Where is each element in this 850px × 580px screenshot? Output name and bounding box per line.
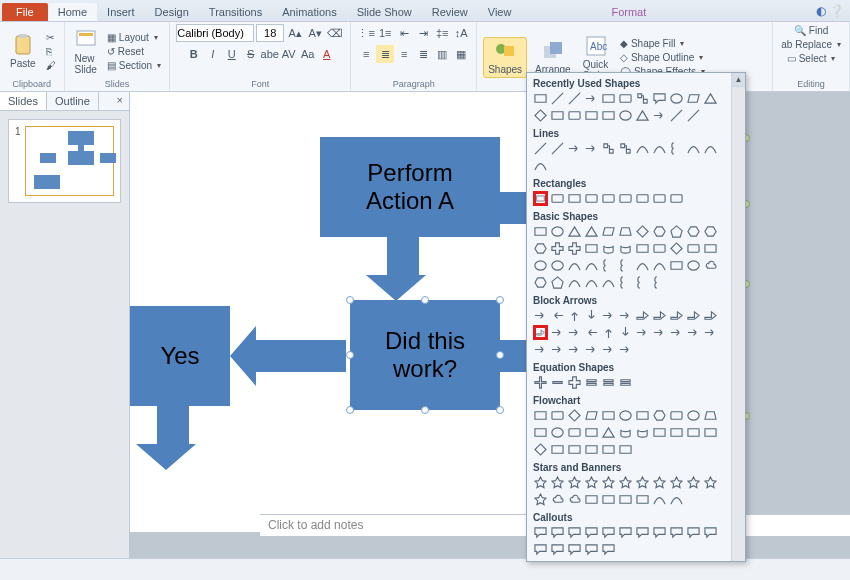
shape-arrow-icon[interactable] — [533, 308, 548, 323]
indent-button[interactable]: ⇥ — [414, 24, 432, 42]
shape-rrect-icon[interactable] — [652, 191, 667, 206]
shape-arrow-icon[interactable] — [686, 325, 701, 340]
shape-darrow-icon[interactable] — [584, 308, 599, 323]
shape-arrow-icon[interactable] — [550, 325, 565, 340]
font-color-button[interactable]: A — [318, 45, 336, 63]
shape-arrow-icon[interactable] — [601, 342, 616, 357]
shape-arrow-icon[interactable] — [652, 108, 667, 123]
shape-curve-icon[interactable] — [669, 492, 684, 507]
layout-button[interactable]: ▦ Layout▾ — [105, 31, 163, 44]
shape-curve-icon[interactable] — [584, 275, 599, 290]
shape-pent-icon[interactable] — [550, 275, 565, 290]
underline-button[interactable]: U — [223, 45, 241, 63]
shape-tri-icon[interactable] — [703, 91, 718, 106]
align-center-button[interactable]: ≣ — [376, 45, 394, 63]
tab-review[interactable]: Review — [422, 3, 478, 21]
font-size-select[interactable] — [256, 24, 284, 42]
tab-format[interactable]: Format — [601, 3, 656, 21]
shape-hex-icon[interactable] — [652, 408, 667, 423]
tab-home[interactable]: Home — [48, 3, 97, 21]
shape-par-icon[interactable] — [601, 224, 616, 239]
shape-hex-icon[interactable] — [703, 224, 718, 239]
shape-brace-icon[interactable] — [652, 275, 667, 290]
shape-rect-icon[interactable] — [533, 408, 548, 423]
shape-par-icon[interactable] — [584, 408, 599, 423]
shape-rect-icon[interactable] — [550, 442, 565, 457]
shape-rrect-icon[interactable] — [567, 425, 582, 440]
shape-curve-icon[interactable] — [635, 141, 650, 156]
new-slide-button[interactable]: New Slide — [71, 27, 101, 77]
align-right-button[interactable]: ≡ — [395, 45, 413, 63]
flowchart-box-did-this-work[interactable]: Did this work? — [350, 300, 500, 410]
shape-cloud-icon[interactable] — [703, 258, 718, 273]
shape-rrect-icon[interactable] — [550, 191, 565, 206]
shape-diam-icon[interactable] — [533, 108, 548, 123]
shape-arrow-icon[interactable] — [550, 342, 565, 357]
shape-conn-icon[interactable] — [618, 141, 633, 156]
shape-rect-icon[interactable] — [584, 241, 599, 256]
selection-handle[interactable] — [421, 406, 429, 414]
cut-button[interactable]: ✂ — [44, 31, 58, 44]
shape-rect-icon[interactable] — [601, 108, 616, 123]
shape-arrow-icon[interactable] — [584, 141, 599, 156]
shape-rrect-icon[interactable] — [618, 91, 633, 106]
shape-rect-icon[interactable] — [584, 425, 599, 440]
find-button[interactable]: 🔍 Find — [792, 24, 830, 37]
shape-conn-icon[interactable] — [601, 141, 616, 156]
shape-arrow-icon[interactable] — [601, 308, 616, 323]
shape-star-icon[interactable] — [652, 475, 667, 490]
shape-rrect-icon[interactable] — [635, 191, 650, 206]
shape-star-icon[interactable] — [618, 475, 633, 490]
shape-star-icon[interactable] — [584, 475, 599, 490]
flowchart-arrow-down-1[interactable] — [380, 237, 426, 301]
shape-star-icon[interactable] — [550, 475, 565, 490]
columns-button[interactable]: ▥ — [433, 45, 451, 63]
shape-hex-icon[interactable] — [533, 275, 548, 290]
scroll-up-button[interactable]: ▲ — [732, 73, 745, 87]
smartart-button[interactable]: ▦ — [452, 45, 470, 63]
shape-oval-icon[interactable] — [618, 408, 633, 423]
shape-fill-button[interactable]: ◆ Shape Fill▾ — [618, 37, 707, 50]
justify-button[interactable]: ≣ — [414, 45, 432, 63]
shape-curve-icon[interactable] — [601, 275, 616, 290]
shape-star-icon[interactable] — [635, 475, 650, 490]
shape-rrect-icon[interactable] — [652, 241, 667, 256]
shape-diam-icon[interactable] — [669, 241, 684, 256]
shape-diam-icon[interactable] — [567, 408, 582, 423]
shape-cross-icon[interactable] — [550, 241, 565, 256]
shrink-font-button[interactable]: A▾ — [306, 24, 324, 42]
shape-callout-icon[interactable] — [618, 525, 633, 540]
shape-curve-icon[interactable] — [652, 141, 667, 156]
shape-line-icon[interactable] — [567, 91, 582, 106]
shape-rect-icon[interactable] — [584, 492, 599, 507]
shadow-button[interactable]: abe — [261, 45, 279, 63]
shape-callout-icon[interactable] — [652, 525, 667, 540]
shape-rect-icon[interactable] — [669, 425, 684, 440]
shape-bent-icon[interactable] — [652, 308, 667, 323]
flowchart-box-yes[interactable]: Yes — [130, 306, 230, 406]
shape-brace-icon[interactable] — [618, 258, 633, 273]
shape-tri-icon[interactable] — [601, 425, 616, 440]
shape-rect-icon[interactable] — [601, 442, 616, 457]
shape-diam-icon[interactable] — [533, 442, 548, 457]
shape-star-icon[interactable] — [601, 475, 616, 490]
shape-line-icon[interactable] — [533, 141, 548, 156]
shape-arrow-icon[interactable] — [533, 342, 548, 357]
shape-cyl-icon[interactable] — [618, 241, 633, 256]
shape-callout-icon[interactable] — [601, 525, 616, 540]
flowchart-arrow-left[interactable] — [230, 326, 346, 386]
shape-line-icon[interactable] — [550, 91, 565, 106]
shape-star-icon[interactable] — [686, 475, 701, 490]
shape-star-icon[interactable] — [669, 475, 684, 490]
shape-rect-icon[interactable] — [533, 224, 548, 239]
shape-rect-icon[interactable] — [584, 108, 599, 123]
shape-callout-icon[interactable] — [567, 525, 582, 540]
shape-oval-icon[interactable] — [669, 91, 684, 106]
gallery-scrollbar[interactable]: ▲ — [731, 73, 745, 561]
italic-button[interactable]: I — [204, 45, 222, 63]
shape-hex-icon[interactable] — [652, 224, 667, 239]
shape-curve-icon[interactable] — [533, 158, 548, 173]
shape-trap-icon[interactable] — [703, 408, 718, 423]
shape-tri-icon[interactable] — [635, 108, 650, 123]
slide-thumbnail-1[interactable]: 1 — [8, 119, 121, 203]
